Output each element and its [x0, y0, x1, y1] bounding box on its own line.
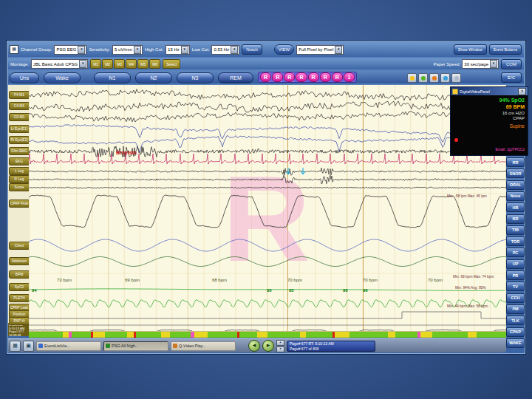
- spin-down-icon[interactable]: ▼: [276, 347, 284, 352]
- show-window-button[interactable]: Show Window: [454, 44, 487, 55]
- epoch-stage-button[interactable]: R: [284, 72, 295, 82]
- event-button-snor[interactable]: SNOR: [506, 168, 525, 178]
- stage-button-uns[interactable]: Uns: [10, 72, 39, 83]
- epoch-stage-button[interactable]: 1: [344, 72, 355, 82]
- event-button-up[interactable]: UP: [506, 259, 525, 269]
- stage-button-rem[interactable]: REM: [218, 72, 253, 83]
- taskbar-window-button[interactable]: PSG All Nigh...: [103, 341, 168, 351]
- filter-icon[interactable]: [451, 73, 461, 83]
- chevron-down-icon: ▼: [335, 46, 342, 54]
- taskbar-window-button[interactable]: Q-Video Play...: [171, 341, 236, 351]
- taskbar-window-label: EventListVie...: [44, 344, 70, 348]
- channel-label-chin-emg[interactable]: Chin EMG: [9, 147, 30, 155]
- paper-speed-select[interactable]: 30 sec/page ▼: [462, 59, 499, 69]
- channel-label-chest[interactable]: Chest: [9, 242, 30, 250]
- event-button-pm[interactable]: PM: [506, 304, 525, 314]
- channel-label-lt-eye-e1-[interactable]: Lt Eye(E1): [9, 125, 30, 133]
- channel-label-snore[interactable]: Snore: [9, 183, 30, 191]
- channel-label-pleth[interactable]: PLETH: [9, 294, 30, 302]
- event-button-nose[interactable]: Nose: [506, 191, 525, 201]
- low-cut-select[interactable]: 0.53 Hz ▼: [211, 45, 239, 55]
- epoch-stage-button[interactable]: R: [272, 72, 283, 82]
- event-button-oral[interactable]: ORAL: [506, 180, 525, 190]
- event-button-cpap[interactable]: CPAP: [506, 327, 525, 337]
- stage-button-n1[interactable]: N1: [94, 72, 131, 83]
- event-button-hb[interactable]: HB: [506, 202, 525, 212]
- video-panel-titlebar[interactable]: DigitalVideoPanel ✕: [451, 87, 528, 95]
- channel-label-cpap-flow[interactable]: CPAP Flow: [9, 200, 30, 208]
- channel-group-value: PSG EEG: [56, 47, 76, 52]
- calendar-icon[interactable]: [429, 73, 439, 83]
- event-button-pr[interactable]: PR: [506, 270, 525, 280]
- montage-select[interactable]: JBL Basic Adult CPSG ▼: [31, 59, 88, 69]
- montage-preset-m3[interactable]: M3: [114, 59, 125, 69]
- record-indicator-icon: [454, 138, 458, 142]
- channel-label-f4-m1[interactable]: F4-M1: [9, 91, 30, 99]
- channel-label-c4-m1[interactable]: C4-M1: [9, 102, 30, 110]
- stage-button-wake[interactable]: Wake: [44, 72, 81, 83]
- psg-application-window: ▦ Channel Group: PSG EEG ▼ Sensitivity: …: [6, 40, 526, 355]
- spin-up-icon[interactable]: ▲: [276, 340, 284, 346]
- low-cut-label: Low Cut:: [192, 47, 210, 52]
- close-icon[interactable]: ✕: [518, 88, 526, 95]
- channel-label-abdomen[interactable]: Abdomen: [9, 257, 30, 265]
- high-cut-select[interactable]: 15 Hz ▼: [166, 45, 190, 55]
- channel-group-select[interactable]: PSG EEG ▼: [54, 45, 86, 55]
- window-icon: [173, 344, 177, 348]
- channel-label-r-leg[interactable]: R Leg: [9, 175, 30, 183]
- epoch-stage-button[interactable]: R: [308, 72, 319, 82]
- event-segment: [105, 332, 127, 338]
- spo2-value: 94: [32, 288, 37, 293]
- epoch-stage-button[interactable]: R: [296, 72, 307, 82]
- sensitivity-select[interactable]: 5 uV/mm ▼: [112, 45, 143, 55]
- channel-label-pap-vt[interactable]: PAP Vt: [9, 317, 30, 325]
- epoch-stage-button[interactable]: R: [332, 72, 343, 82]
- view-button[interactable]: VIEW: [274, 44, 294, 55]
- stage-button-n2[interactable]: N2: [135, 72, 172, 83]
- event-button-wake[interactable]: WAKE: [506, 338, 525, 348]
- heart-rate-value: 69 bpm: [125, 278, 140, 282]
- event-button-tlk[interactable]: TLK: [506, 316, 525, 325]
- event-timeline-bar[interactable]: [29, 331, 506, 338]
- waveform-canvas[interactable]: RBruxism73 bpm69 bpm68 bpm70 bpm70 bpm70…: [29, 85, 506, 336]
- channel-label-bpm[interactable]: BPM: [9, 270, 30, 279]
- channel-label-o2-m1[interactable]: O2-M1: [9, 113, 30, 121]
- channel-grid-icon[interactable]: ▦: [10, 45, 18, 54]
- event-button-tib[interactable]: TIB: [506, 225, 525, 235]
- event-button-tv[interactable]: TV: [506, 282, 525, 291]
- event-button-rr[interactable]: RR: [506, 157, 525, 167]
- next-page-button[interactable]: ▶: [262, 340, 274, 352]
- montage-preset-m6[interactable]: M6: [149, 59, 160, 69]
- montage-select-button[interactable]: Select: [163, 59, 180, 69]
- taskbar-window-button[interactable]: EventListVie...: [36, 341, 101, 351]
- event-button-tor[interactable]: TOR: [506, 236, 525, 246]
- note-icon[interactable]: [440, 73, 450, 83]
- start-menu-icon[interactable]: ▦: [10, 341, 21, 352]
- event-button-pc[interactable]: PC: [506, 248, 525, 257]
- high-cut-value: 15 Hz: [168, 47, 180, 52]
- montage-preset-m4[interactable]: M4: [126, 59, 137, 69]
- channel-label-l-leg[interactable]: L Leg: [9, 167, 30, 175]
- heart-rate-value: 73 bpm: [57, 278, 72, 282]
- channel-label-rt-eye-e2-[interactable]: Rt Eye(E2): [9, 136, 30, 144]
- view-mode-select[interactable]: Full Pixel by Pixel ▼: [296, 45, 344, 55]
- epoch-stage-button[interactable]: R: [260, 72, 271, 82]
- channel-label-ekg[interactable]: EKG: [9, 157, 30, 166]
- clock-icon[interactable]: [418, 73, 428, 83]
- stage-button-n3[interactable]: N3: [177, 72, 214, 83]
- montage-preset-m5[interactable]: M5: [137, 59, 149, 69]
- montage-preset-m2[interactable]: M2: [102, 59, 113, 69]
- event-button-cch[interactable]: CCH: [506, 293, 525, 303]
- smiley-icon[interactable]: [407, 73, 417, 83]
- chevron-down-icon: ▼: [490, 60, 497, 68]
- folder-icon[interactable]: ▣: [23, 341, 34, 352]
- video-pressure-mode: CPAP: [451, 116, 525, 122]
- epoch-stage-button[interactable]: R: [320, 72, 331, 82]
- prev-page-button[interactable]: ◀: [248, 340, 260, 352]
- montage-preset-m1[interactable]: M1: [90, 59, 101, 69]
- event-button-br[interactable]: BR: [506, 214, 525, 224]
- channel-label-spo2[interactable]: SpO2: [9, 283, 30, 291]
- paper-speed-value: 30 sec/page: [464, 62, 488, 66]
- event-segment: [93, 332, 105, 338]
- notch-button[interactable]: Notch: [242, 44, 262, 55]
